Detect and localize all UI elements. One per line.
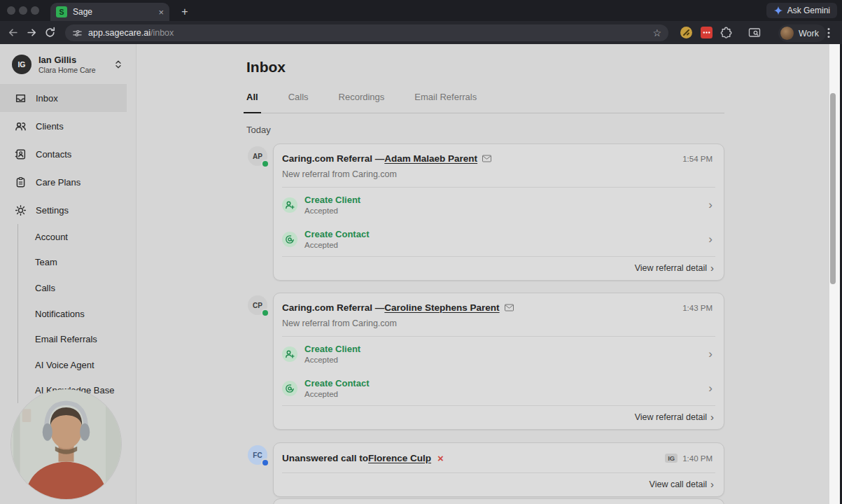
browser-menu-icon[interactable] bbox=[827, 27, 830, 38]
subnav-item-email-referrals[interactable]: Email Referrals bbox=[18, 326, 136, 352]
card-time: 1:54 PM bbox=[682, 155, 713, 163]
person-link[interactable]: Adam Malaeb Parent bbox=[384, 153, 477, 164]
forward-icon[interactable] bbox=[26, 27, 38, 38]
card-title-prefix: Unanswered call to bbox=[282, 453, 368, 463]
sidebar-item-settings[interactable]: Settings bbox=[0, 196, 127, 224]
tab-calls[interactable]: Calls bbox=[288, 92, 309, 113]
referral-avatar: AP bbox=[248, 146, 267, 166]
chevron-right-icon: › bbox=[708, 382, 713, 394]
create-contact-row[interactable]: Create Contact Accepted › bbox=[274, 222, 724, 256]
envelope-icon bbox=[505, 304, 514, 312]
action-status: Accepted bbox=[304, 356, 360, 364]
contact-at-icon bbox=[282, 232, 297, 247]
settings-subnav: Account Team Calls Notifications Email R… bbox=[17, 224, 136, 403]
status-badge-green bbox=[261, 160, 269, 168]
care-plans-icon bbox=[15, 176, 27, 188]
owner-chip: IG bbox=[665, 454, 678, 463]
inbox-icon bbox=[15, 92, 27, 104]
view-referral-detail-link[interactable]: View referral detail › bbox=[274, 257, 724, 280]
gear-icon bbox=[15, 204, 27, 216]
tab-all[interactable]: All bbox=[246, 92, 258, 113]
tab-title: Sage bbox=[73, 7, 153, 17]
status-badge-blue bbox=[261, 458, 269, 467]
inbox-tabs: All Calls Recordings Email Referrals bbox=[246, 92, 724, 113]
person-link[interactable]: Florence Culp bbox=[368, 453, 431, 463]
contacts-icon bbox=[15, 148, 27, 160]
new-tab-button[interactable]: + bbox=[176, 4, 193, 20]
clients-icon bbox=[15, 120, 27, 132]
referral-card: CP Caring.com Referral — Caroline Stephe… bbox=[273, 293, 724, 430]
reload-icon[interactable] bbox=[44, 27, 56, 38]
scrollbar-thumb[interactable] bbox=[830, 93, 836, 284]
tab-close-icon[interactable]: × bbox=[158, 7, 164, 18]
sidebar-item-clients[interactable]: Clients bbox=[0, 112, 127, 140]
subnav-item-team[interactable]: Team bbox=[18, 250, 136, 276]
call-avatar: FC bbox=[248, 445, 267, 465]
ask-gemini-button[interactable]: Ask Gemini bbox=[766, 3, 837, 18]
card-header: Caring.com Referral — Adam Malaeb Parent… bbox=[274, 144, 724, 187]
sidebar-item-contacts[interactable]: Contacts bbox=[0, 140, 127, 168]
envelope-icon bbox=[482, 155, 491, 162]
tab-recordings[interactable]: Recordings bbox=[339, 92, 385, 113]
ask-gemini-label: Ask Gemini bbox=[787, 6, 830, 15]
person-plus-icon bbox=[282, 197, 297, 213]
person-plus-icon bbox=[282, 346, 297, 362]
chevron-right-icon: › bbox=[710, 412, 714, 422]
missed-call-x-icon: × bbox=[437, 452, 444, 464]
profile-avatar bbox=[780, 27, 794, 40]
scrollbar-track[interactable] bbox=[829, 44, 840, 504]
card-subtitle: New referral from Caring.com bbox=[282, 169, 713, 179]
subnav-item-account[interactable]: Account bbox=[18, 224, 136, 250]
back-icon[interactable] bbox=[7, 27, 19, 38]
chevron-updown-icon[interactable] bbox=[115, 59, 122, 69]
view-call-detail-link[interactable]: View call detail › bbox=[274, 473, 724, 496]
main-panel: Inbox All Calls Recordings Email Referra… bbox=[137, 44, 830, 504]
browser-tabstrip: S Sage × + Ask Gemini bbox=[0, 0, 842, 21]
next-card-partial bbox=[273, 498, 724, 504]
workspace-switcher[interactable]: IG Ian Gillis Clara Home Care bbox=[0, 44, 136, 84]
create-contact-row[interactable]: Create Contact Accepted › bbox=[274, 371, 724, 405]
tab-search-icon[interactable] bbox=[748, 27, 761, 38]
gemini-icon bbox=[773, 6, 783, 15]
person-link[interactable]: Caroline Stephens Parent bbox=[384, 302, 499, 313]
extension-red-icon[interactable] bbox=[701, 27, 713, 38]
site-settings-icon[interactable] bbox=[72, 28, 83, 38]
extension-gold-icon[interactable] bbox=[680, 27, 692, 38]
call-card: FC Unanswered call to Florence Culp × IG… bbox=[273, 442, 724, 497]
action-label: Create Contact bbox=[304, 378, 369, 388]
subnav-item-calls[interactable]: Calls bbox=[18, 275, 136, 301]
card-time: 1:43 PM bbox=[682, 304, 713, 312]
sidebar-item-care-plans[interactable]: Care Plans bbox=[0, 168, 127, 196]
browser-profile-button[interactable]: Work bbox=[778, 24, 826, 42]
chevron-right-icon: › bbox=[710, 479, 714, 489]
extensions-puzzle-icon[interactable] bbox=[720, 27, 732, 38]
subnav-item-notifications[interactable]: Notifications bbox=[18, 301, 136, 327]
view-referral-detail-link[interactable]: View referral detail › bbox=[274, 406, 724, 429]
referral-avatar: CP bbox=[248, 295, 267, 315]
user-avatar: IG bbox=[12, 55, 31, 74]
browser-tab-sage[interactable]: S Sage × bbox=[50, 3, 169, 21]
card-header: Caring.com Referral — Caroline Stephens … bbox=[274, 293, 724, 336]
window-close-button[interactable] bbox=[7, 6, 15, 15]
chevron-right-icon: › bbox=[708, 348, 713, 360]
tab-email-referrals[interactable]: Email Referrals bbox=[414, 92, 477, 113]
contact-at-icon bbox=[282, 381, 297, 396]
create-client-row[interactable]: Create Client Accepted › bbox=[274, 337, 724, 371]
window-maximize-button[interactable] bbox=[31, 6, 39, 15]
card-subtitle: New referral from Caring.com bbox=[282, 318, 713, 328]
address-bar[interactable]: app.sagecare.ai/inbox ☆ bbox=[65, 24, 668, 41]
bookmark-star-icon[interactable]: ☆ bbox=[652, 27, 661, 38]
webcam-overlay bbox=[11, 389, 121, 499]
action-status: Accepted bbox=[304, 241, 369, 249]
subnav-item-ai-voice-agent[interactable]: AI Voice Agent bbox=[18, 352, 136, 378]
action-label: Create Contact bbox=[304, 229, 369, 239]
card-time: 1:40 PM bbox=[682, 454, 713, 463]
chevron-right-icon: › bbox=[708, 233, 713, 245]
window-minimize-button[interactable] bbox=[19, 6, 27, 15]
create-client-row[interactable]: Create Client Accepted › bbox=[274, 188, 724, 222]
sidebar-item-inbox[interactable]: Inbox bbox=[0, 84, 127, 112]
chevron-right-icon: › bbox=[708, 199, 713, 211]
chevron-right-icon: › bbox=[710, 262, 714, 273]
referral-card: AP Caring.com Referral — Adam Malaeb Par… bbox=[273, 144, 724, 281]
action-label: Create Client bbox=[304, 344, 360, 354]
